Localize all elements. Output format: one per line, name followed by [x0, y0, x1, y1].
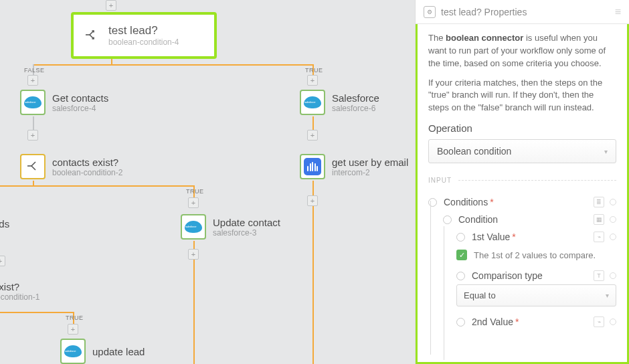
radio-icon[interactable] [456, 233, 465, 242]
radio-icon[interactable] [443, 215, 452, 224]
node-contacts-exist[interactable]: contacts exist? boolean-condition-2 [20, 154, 122, 179]
node-exist[interactable]: exist? n-condition-1 [0, 281, 39, 302]
node-title: test lead? [108, 24, 179, 37]
node-salesforce[interactable]: Salesforce salesforce-6 [300, 90, 379, 115]
salesforce-icon [300, 90, 325, 115]
node-update-lead[interactable]: update lead [60, 339, 145, 364]
text-type-icon: ⌁ [594, 232, 604, 242]
status-dot [610, 199, 616, 205]
add-step[interactable]: + [307, 130, 318, 141]
node-title: exist? [0, 281, 39, 292]
properties-panel: ⚙ test lead? Properties ≡ The boolean co… [415, 0, 629, 364]
comparison-select[interactable]: Equal to ▾ [456, 284, 616, 306]
radio-icon[interactable] [428, 198, 437, 207]
chevron-down-icon: ▾ [606, 292, 609, 299]
panel-description-2: If your criteria matches, then the steps… [428, 77, 616, 115]
add-step[interactable]: + [68, 324, 78, 335]
node-title: update lead [92, 346, 145, 357]
node-title: get user by email [332, 157, 408, 168]
intercom-icon [300, 154, 325, 179]
panel-description-1: The boolean connector is useful when you… [428, 32, 616, 70]
node-subtitle: boolean-condition-4 [108, 37, 179, 47]
node-title: contacts exist? [52, 157, 122, 168]
operation-label: Operation [428, 122, 616, 134]
node-update-contact[interactable]: Update contact salesforce-3 [181, 214, 280, 240]
add-step-false[interactable]: + [27, 75, 38, 86]
prop-conditions[interactable]: Conditions* ≣ [428, 193, 616, 211]
workflow-canvas[interactable]: + test lead? boolean-condition-4 FALSE T… [0, 0, 415, 364]
operation-select[interactable]: Boolean condition ▾ [428, 139, 616, 163]
operation-value: Boolean condition [437, 146, 511, 157]
node-get-user-by-email[interactable]: get user by email intercom-2 [300, 154, 408, 179]
node-get-contacts[interactable]: Get contacts salesforce-4 [20, 90, 108, 115]
branch-label-true: TRUE [66, 314, 84, 321]
text-type-icon: ⌁ [594, 316, 604, 327]
panel-menu-icon[interactable]: ≡ [615, 6, 621, 18]
node-ads[interactable]: ads 5 [0, 218, 9, 239]
node-subtitle: n-condition-1 [0, 292, 39, 302]
prop-second-value[interactable]: 2nd Value* ⌁ [428, 313, 616, 331]
prop-condition[interactable]: Condition ▦ [428, 211, 616, 228]
node-test-lead[interactable]: test lead? boolean-condition-4 [71, 12, 217, 59]
node-subtitle: salesforce-6 [332, 104, 379, 113]
prop-first-value[interactable]: 1st Value* ⌁ [428, 228, 616, 246]
sliders-icon: ⚙ [424, 6, 436, 18]
node-title: Get contacts [52, 92, 108, 104]
chevron-down-icon: ▾ [604, 148, 608, 155]
status-dot [610, 272, 616, 279]
first-value-hint: ✓ The 1st of 2 values to compare. [456, 250, 616, 260]
node-subtitle: 5 [0, 230, 9, 239]
add-step-top[interactable]: + [106, 0, 116, 11]
node-title: ads [0, 218, 9, 230]
boolean-split-icon [20, 154, 46, 179]
node-subtitle: salesforce-4 [52, 104, 108, 113]
input-divider: INPUT [428, 177, 616, 184]
status-dot [610, 234, 616, 240]
status-dot [610, 318, 616, 325]
add-step[interactable]: + [27, 130, 38, 141]
branch-label-false: FALSE [24, 67, 45, 74]
status-dot [610, 216, 616, 223]
radio-icon[interactable] [456, 318, 465, 327]
salesforce-icon [60, 339, 86, 364]
prop-comparison-type[interactable]: Comparison type T [428, 267, 616, 284]
salesforce-icon [181, 214, 206, 240]
node-title: Salesforce [332, 92, 379, 104]
panel-header: ⚙ test lead? Properties ≡ [416, 0, 629, 24]
check-icon: ✓ [456, 250, 467, 260]
salesforce-icon [20, 90, 46, 115]
add-step[interactable]: + [307, 195, 318, 206]
add-step[interactable]: + [188, 249, 199, 260]
branch-label-true: TRUE [305, 67, 323, 74]
node-subtitle: intercom-2 [332, 168, 408, 177]
radio-icon[interactable] [456, 272, 465, 280]
panel-body: The boolean connector is useful when you… [416, 24, 629, 364]
node-subtitle: salesforce-3 [213, 228, 280, 238]
boolean-split-icon [83, 27, 99, 45]
node-subtitle: boolean-condition-2 [52, 168, 122, 177]
text-type-icon: T [594, 270, 604, 281]
add-step[interactable]: + [0, 256, 5, 266]
add-step[interactable]: + [188, 197, 199, 208]
list-type-icon: ≣ [594, 197, 604, 207]
node-title: Update contact [213, 217, 280, 228]
object-type-icon: ▦ [594, 214, 604, 225]
add-step-true[interactable]: + [307, 75, 318, 86]
branch-label-true: TRUE [186, 188, 204, 195]
panel-title: test lead? Properties [441, 7, 527, 17]
comparison-value: Equal to [464, 290, 496, 300]
